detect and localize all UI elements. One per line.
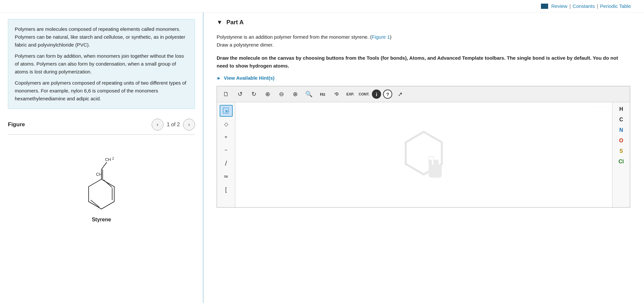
figure-nav: ‹ 1 of 2 › bbox=[152, 119, 195, 131]
svg-text:2: 2 bbox=[112, 157, 114, 160]
left-panel: Polymers are molecules composed of repea… bbox=[0, 12, 204, 303]
part-title: Part A bbox=[226, 19, 244, 26]
figure1-link[interactable]: Figure 1 bbox=[372, 34, 390, 40]
atom-O-button[interactable]: O bbox=[615, 136, 627, 145]
sep2: | bbox=[597, 3, 598, 9]
svg-text:CH: CH bbox=[96, 172, 102, 177]
atom-C-button[interactable]: C bbox=[615, 115, 627, 124]
atom-H-button[interactable]: H bbox=[615, 105, 627, 113]
canvas-area[interactable]: · · · · ·· · · · ·· · · · · bbox=[235, 102, 612, 207]
figure-title: Figure bbox=[8, 121, 25, 128]
2d-button[interactable]: ²D bbox=[331, 88, 342, 100]
figure-content: CH CH 2 Styrene bbox=[8, 141, 195, 229]
zoom-in-button[interactable]: ⊕ bbox=[262, 88, 273, 100]
zoom-out-button[interactable]: ⊖ bbox=[275, 88, 287, 100]
sep1: | bbox=[569, 3, 571, 9]
right-panel: ▼ Part A Polystyrene is an addition poly… bbox=[204, 12, 644, 303]
top-bar: Review | Constants | Periodic Table bbox=[0, 0, 644, 12]
hplus-button[interactable]: H± bbox=[317, 88, 329, 100]
main-content: Polymers are molecules composed of repea… bbox=[0, 12, 644, 303]
review-icon bbox=[541, 4, 548, 9]
constants-link[interactable]: Constants bbox=[573, 3, 595, 9]
part-description: Polystyrene is an addition polymer forme… bbox=[217, 33, 631, 49]
figure-next-button[interactable]: › bbox=[183, 119, 195, 131]
part-header: ▼ Part A bbox=[217, 19, 631, 26]
toolbar-top: 🗋 ↺ ↻ ⊕ ⊖ ⊗ 🔍 H± ²D EXP. CONT. i ? ➚ bbox=[217, 86, 630, 102]
figure-counter: 1 of 2 bbox=[167, 122, 180, 128]
help-button[interactable]: ? bbox=[383, 90, 392, 99]
part-collapse-arrow[interactable]: ▼ bbox=[217, 19, 223, 26]
svg-marker-0 bbox=[89, 179, 114, 209]
hint-expand-arrow[interactable]: ► bbox=[217, 75, 221, 81]
svg-line-7 bbox=[101, 162, 107, 170]
figure-header: Figure ‹ 1 of 2 › bbox=[8, 119, 195, 131]
left-tools: ◇ + − / ≃ [ bbox=[217, 102, 235, 207]
desc-text2: ) bbox=[390, 34, 392, 40]
canvas-body: ◇ + − / ≃ [ bbox=[217, 102, 630, 207]
periodic-table-link[interactable]: Periodic Table bbox=[600, 3, 631, 9]
dots-pattern: · · · · ·· · · · ·· · · · · bbox=[595, 105, 610, 119]
atom-N-button[interactable]: N bbox=[615, 126, 627, 134]
minus-tool-button[interactable]: − bbox=[220, 144, 233, 156]
review-link[interactable]: Review bbox=[551, 3, 568, 9]
info-para-3: Copolymers are polymers composed of repe… bbox=[15, 79, 188, 103]
info-button[interactable]: i bbox=[372, 90, 381, 99]
atom-S-button[interactable]: S bbox=[615, 147, 627, 155]
figure-prev-button[interactable]: ‹ bbox=[152, 119, 163, 131]
instructions: Draw the molecule on the canvas by choos… bbox=[217, 54, 631, 70]
svg-line-3 bbox=[103, 180, 112, 188]
desc-line2: Draw a polystyrene dimer. bbox=[217, 42, 273, 48]
info-box: Polymers are molecules composed of repea… bbox=[8, 19, 195, 109]
canvas-placeholder-icon bbox=[394, 125, 453, 184]
hint-section: ► View Available Hint(s) bbox=[217, 75, 631, 81]
figure-label: Styrene bbox=[92, 217, 111, 223]
add-tool-button[interactable]: + bbox=[220, 131, 233, 143]
clear-button[interactable]: ⊗ bbox=[289, 88, 301, 100]
cont-button[interactable]: CONT. bbox=[358, 88, 370, 100]
eraser-tool-button[interactable]: ◇ bbox=[220, 118, 233, 130]
select-tool-button[interactable] bbox=[220, 105, 233, 117]
zigzag-tool-button[interactable]: ≃ bbox=[220, 171, 233, 182]
new-button[interactable]: 🗋 bbox=[220, 88, 232, 100]
svg-marker-11 bbox=[225, 110, 228, 113]
figure-section: Figure ‹ 1 of 2 › bbox=[8, 119, 195, 229]
hint-link[interactable]: View Available Hint(s) bbox=[224, 75, 275, 81]
expand-button[interactable]: ➚ bbox=[394, 88, 406, 100]
redo-button[interactable]: ↻ bbox=[248, 88, 260, 100]
atom-Cl-button[interactable]: Cl bbox=[615, 157, 627, 166]
info-para-2: Polymers can form by addition, when mono… bbox=[15, 52, 188, 76]
canvas-container: 🗋 ↺ ↻ ⊕ ⊖ ⊗ 🔍 H± ²D EXP. CONT. i ? ➚ bbox=[217, 86, 630, 208]
undo-button[interactable]: ↺ bbox=[234, 88, 246, 100]
bond-tool-button[interactable]: / bbox=[220, 157, 233, 169]
info-para-1: Polymers are molecules composed of repea… bbox=[15, 25, 188, 49]
exp-button[interactable]: EXP. bbox=[344, 88, 356, 100]
bracket-tool-button[interactable]: [ bbox=[220, 184, 233, 195]
styrene-molecule: CH CH 2 bbox=[69, 148, 134, 213]
desc-text1: Polystyrene is an addition polymer forme… bbox=[217, 34, 372, 40]
figure-divider bbox=[8, 134, 195, 135]
right-atoms: H C N O S Cl bbox=[612, 102, 630, 207]
svg-text:CH: CH bbox=[105, 157, 111, 162]
search-button[interactable]: 🔍 bbox=[303, 88, 315, 100]
